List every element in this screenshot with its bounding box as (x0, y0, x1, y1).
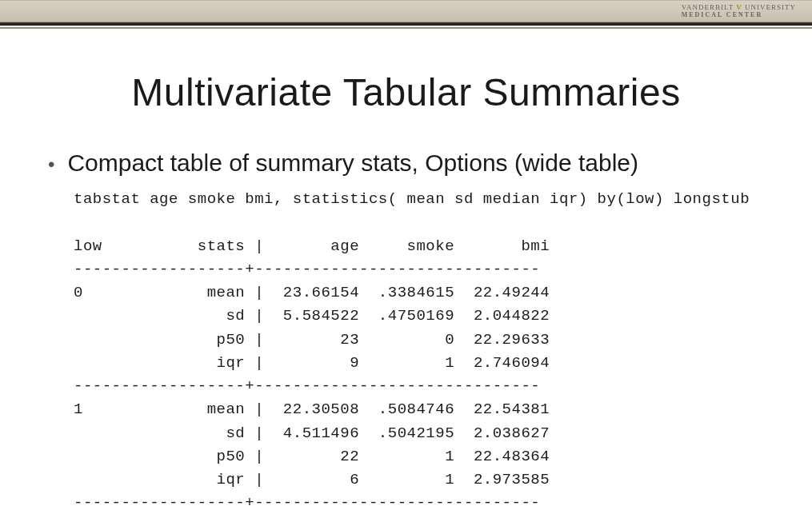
header-underline-thin (0, 27, 812, 29)
slide-title: Multivariate Tabular Summaries (0, 70, 812, 114)
logo-subtext: MEDICAL CENTER (682, 12, 796, 19)
slide: VANDERBILT V UNIVERSITY MEDICAL CENTER M… (0, 0, 812, 518)
bullet-dot-icon: • (48, 155, 54, 174)
header-underline-dark (0, 22, 812, 26)
logo-v-icon: V (736, 3, 742, 11)
logo-brand-b: UNIVERSITY (745, 3, 796, 11)
slide-body: • Compact table of summary stats, Option… (0, 149, 812, 516)
bullet-text: Compact table of summary stats, Options … (67, 149, 638, 177)
bullet-item: • Compact table of summary stats, Option… (48, 149, 812, 177)
vanderbilt-logo: VANDERBILT V UNIVERSITY MEDICAL CENTER (682, 4, 796, 19)
logo-brand-a: VANDERBILT (682, 3, 734, 11)
header-bar: VANDERBILT V UNIVERSITY MEDICAL CENTER (0, 0, 812, 22)
code-output: tabstat age smoke bmi, statistics( mean … (74, 188, 812, 516)
